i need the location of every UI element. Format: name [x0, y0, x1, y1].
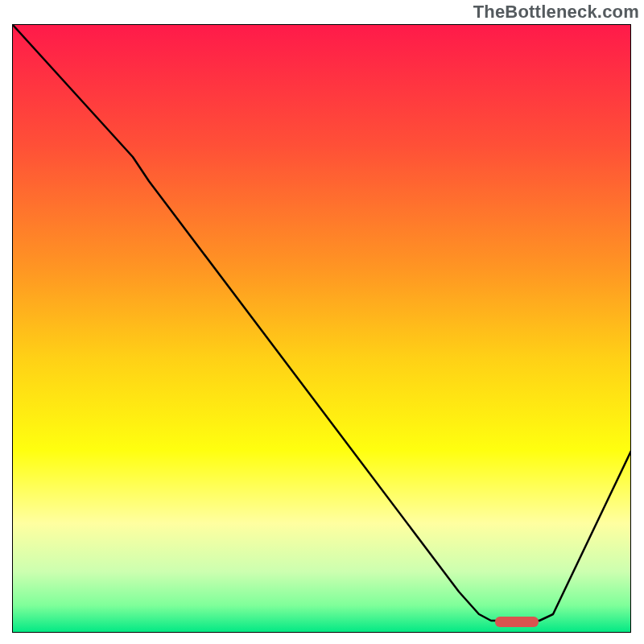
bottleneck-chart [12, 24, 631, 633]
watermark-text: TheBottleneck.com [473, 2, 639, 23]
chart-background [12, 24, 631, 633]
optimal-range-marker [495, 617, 539, 627]
